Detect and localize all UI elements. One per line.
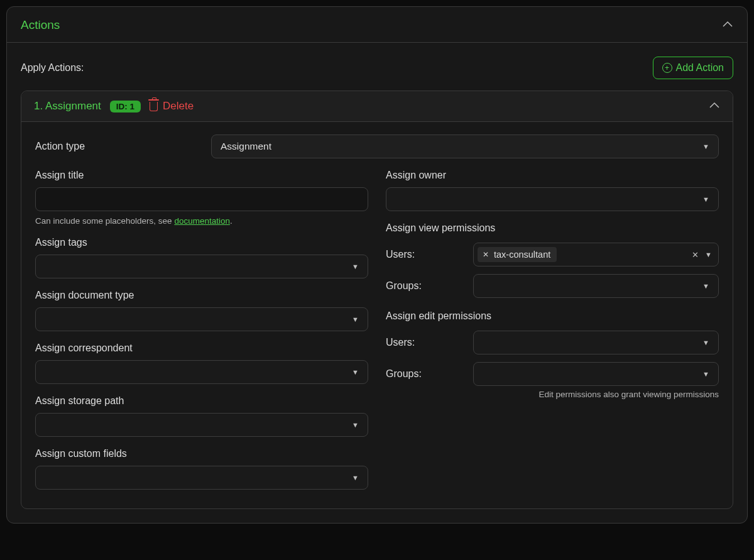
caret-down-icon: ▼ <box>352 263 359 270</box>
assign-doc-type-select[interactable]: ▼ <box>35 307 368 331</box>
action-card-header[interactable]: 1. Assignment ID: 1 Delete <box>21 91 733 122</box>
actions-body: Apply Actions: + Add Action 1. Assignmen… <box>7 43 747 523</box>
right-column: Assign owner ▼ Assign view permissions U… <box>386 170 719 490</box>
trash-icon <box>150 102 158 111</box>
edit-users-label: Users: <box>386 337 464 348</box>
chevron-up-icon[interactable] <box>709 101 720 111</box>
view-groups-select[interactable]: ▼ <box>473 274 719 298</box>
action-type-select[interactable]: Assignment ▼ <box>211 135 719 158</box>
edit-permissions-note: Edit permissions also grant viewing perm… <box>386 390 719 399</box>
clear-all-icon[interactable]: ✕ <box>692 250 699 260</box>
view-permissions-heading: Assign view permissions <box>386 222 719 234</box>
assign-tags-label: Assign tags <box>35 237 368 248</box>
caret-down-icon: ▼ <box>705 251 712 258</box>
assign-tags-select[interactable]: ▼ <box>35 255 368 278</box>
view-users-label: Users: <box>386 249 464 260</box>
assign-title-hint: Can include some placeholders, see docum… <box>35 216 368 226</box>
user-chip: ✕ tax-consultant <box>478 247 557 262</box>
caret-down-icon: ▼ <box>702 370 709 378</box>
assign-title-input[interactable] <box>35 187 368 211</box>
plus-circle-icon: + <box>662 63 672 73</box>
remove-chip-icon[interactable]: ✕ <box>483 250 489 259</box>
add-action-label: Add Action <box>676 62 724 74</box>
view-users-select[interactable]: ✕ tax-consultant ✕ ▼ <box>473 243 719 266</box>
edit-permissions-heading: Assign edit permissions <box>386 310 719 322</box>
assign-owner-select[interactable]: ▼ <box>386 187 719 211</box>
action-type-label: Action type <box>35 141 211 152</box>
delete-label: Delete <box>163 100 194 113</box>
user-chip-label: tax-consultant <box>494 250 550 260</box>
action-card-title: 1. Assignment <box>34 100 101 113</box>
action-card-body: Action type Assignment ▼ Assign title C <box>21 122 733 508</box>
caret-down-icon: ▼ <box>702 143 709 150</box>
assign-correspondent-select[interactable]: ▼ <box>35 360 368 384</box>
documentation-link[interactable]: documentation <box>174 216 230 226</box>
left-column: Assign title Can include some placeholde… <box>35 170 368 490</box>
delete-action-button[interactable]: Delete <box>150 100 194 113</box>
assign-storage-path-select[interactable]: ▼ <box>35 413 368 437</box>
assign-custom-fields-label: Assign custom fields <box>35 448 368 459</box>
edit-groups-label: Groups: <box>386 368 464 380</box>
caret-down-icon: ▼ <box>352 368 359 376</box>
edit-groups-select[interactable]: ▼ <box>473 362 719 386</box>
chevron-up-icon[interactable] <box>722 20 733 30</box>
assign-doc-type-label: Assign document type <box>35 290 368 301</box>
actions-section: Actions Apply Actions: + Add Action 1. A… <box>6 6 748 524</box>
assign-storage-path-label: Assign storage path <box>35 395 368 407</box>
caret-down-icon: ▼ <box>352 421 359 429</box>
action-type-value: Assignment <box>221 141 271 152</box>
caret-down-icon: ▼ <box>702 195 709 203</box>
assign-custom-fields-select[interactable]: ▼ <box>35 466 368 490</box>
action-card: 1. Assignment ID: 1 Delete Action type A… <box>21 91 733 509</box>
edit-users-select[interactable]: ▼ <box>473 331 719 354</box>
assign-correspondent-label: Assign correspondent <box>35 343 368 354</box>
caret-down-icon: ▼ <box>352 474 359 481</box>
caret-down-icon: ▼ <box>352 316 359 323</box>
action-id-badge: ID: 1 <box>110 101 141 113</box>
add-action-button[interactable]: + Add Action <box>653 57 734 79</box>
assign-title-label: Assign title <box>35 170 368 181</box>
apply-actions-label: Apply Actions: <box>21 62 84 74</box>
caret-down-icon: ▼ <box>702 282 709 290</box>
actions-section-title: Actions <box>21 18 60 32</box>
actions-section-header[interactable]: Actions <box>7 7 747 43</box>
caret-down-icon: ▼ <box>702 339 709 346</box>
view-groups-label: Groups: <box>386 280 464 292</box>
assign-owner-label: Assign owner <box>386 170 719 181</box>
